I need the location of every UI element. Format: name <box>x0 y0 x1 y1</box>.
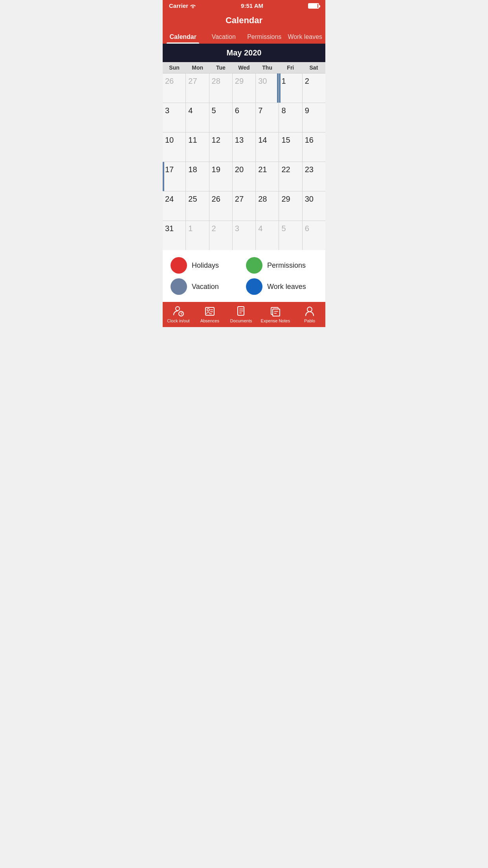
documents-icon <box>235 305 247 317</box>
calendar-day-41[interactable]: 6 <box>303 221 325 250</box>
calendar-day-5[interactable]: 1 <box>279 74 302 103</box>
wifi-icon <box>190 4 196 8</box>
calendar-day-23[interactable]: 19 <box>209 162 232 191</box>
nav-label-clock-in-out: Clock in/out <box>167 318 189 323</box>
tab-work-leaves[interactable]: Work leaves <box>285 29 326 44</box>
legend-label-permissions: Permissions <box>267 261 306 270</box>
legend-dot-work-leaves <box>246 278 262 295</box>
calendar-day-6[interactable]: 2 <box>303 74 325 103</box>
legend-dot-permissions <box>246 257 262 274</box>
calendar-day-21[interactable]: 17 <box>163 162 185 191</box>
legend: HolidaysPermissionsVacationWork leaves <box>163 250 325 302</box>
dow-sat: Sat <box>302 62 325 73</box>
calendar-day-29[interactable]: 25 <box>186 191 209 221</box>
calendar-day-10[interactable]: 6 <box>233 103 255 132</box>
svg-point-4 <box>207 309 209 311</box>
calendar-month-header: May 2020 <box>163 44 325 62</box>
status-bar: Carrier 9:51 AM <box>163 0 325 11</box>
calendar-day-27[interactable]: 23 <box>303 162 325 191</box>
legend-item-holidays: Holidays <box>171 257 242 274</box>
calendar-day-39[interactable]: 4 <box>256 221 279 250</box>
legend-label-vacation: Vacation <box>192 283 219 291</box>
tab-bar: CalendarVacationPermissionsWork leaves <box>163 29 325 44</box>
calendar-day-17[interactable]: 13 <box>233 132 255 162</box>
calendar-day-36[interactable]: 1 <box>186 221 209 250</box>
nav-item-documents[interactable]: Documents <box>229 305 253 323</box>
dow-sun: Sun <box>163 62 186 73</box>
calendar-day-11[interactable]: 7 <box>256 103 279 132</box>
calendar-day-37[interactable]: 2 <box>209 221 232 250</box>
calendar-day-22[interactable]: 18 <box>186 162 209 191</box>
calendar-day-28[interactable]: 24 <box>163 191 185 221</box>
nav-item-expense-notes[interactable]: Expense Notes <box>261 305 290 323</box>
calendar-day-0[interactable]: 26 <box>163 74 185 103</box>
legend-dot-vacation <box>171 278 187 295</box>
calendar-day-16[interactable]: 12 <box>209 132 232 162</box>
legend-item-vacation: Vacation <box>171 278 242 295</box>
app-header: Calendar CalendarVacationPermissionsWork… <box>163 11 325 44</box>
days-of-week-row: SunMonTueWedThuFriSat <box>163 62 325 74</box>
dow-wed: Wed <box>232 62 255 73</box>
calendar-day-32[interactable]: 28 <box>256 191 279 221</box>
calendar-grid: 2627282930123456789101112131415161718192… <box>163 74 325 250</box>
calendar-day-40[interactable]: 5 <box>279 221 302 250</box>
calendar-day-33[interactable]: 29 <box>279 191 302 221</box>
calendar-day-24[interactable]: 20 <box>233 162 255 191</box>
calendar-day-34[interactable]: 30 <box>303 191 325 221</box>
nav-item-pablo[interactable]: Pablo <box>298 305 321 323</box>
nav-label-expense-notes: Expense Notes <box>261 318 290 323</box>
carrier-wifi: Carrier <box>169 2 196 9</box>
user-icon <box>304 305 316 317</box>
nav-label-absences: Absences <box>200 318 219 323</box>
legend-item-work-leaves: Work leaves <box>246 278 317 295</box>
absences-icon <box>204 305 216 317</box>
calendar-day-35[interactable]: 31 <box>163 221 185 250</box>
tab-permissions[interactable]: Permissions <box>244 29 285 44</box>
svg-point-0 <box>193 7 194 8</box>
calendar-day-1[interactable]: 27 <box>186 74 209 103</box>
calendar-day-25[interactable]: 21 <box>256 162 279 191</box>
dow-mon: Mon <box>186 62 209 73</box>
calendar-day-4[interactable]: 30 <box>256 74 279 103</box>
svg-point-1 <box>176 307 180 311</box>
calendar-day-19[interactable]: 15 <box>279 132 302 162</box>
app-title: Calendar <box>163 15 325 29</box>
legend-item-permissions: Permissions <box>246 257 317 274</box>
legend-label-holidays: Holidays <box>192 261 219 270</box>
calendar-day-14[interactable]: 10 <box>163 132 185 162</box>
calendar-day-13[interactable]: 9 <box>303 103 325 132</box>
svg-point-17 <box>307 307 312 312</box>
dow-thu: Thu <box>256 62 279 73</box>
battery-indicator <box>308 3 319 9</box>
calendar-day-15[interactable]: 11 <box>186 132 209 162</box>
nav-label-documents: Documents <box>230 318 252 323</box>
calendar-day-12[interactable]: 8 <box>279 103 302 132</box>
calendar-day-9[interactable]: 5 <box>209 103 232 132</box>
clock-checkin-icon <box>172 305 184 317</box>
bottom-nav: Clock in/out Absences Documents Expense … <box>163 302 325 327</box>
nav-item-absences[interactable]: Absences <box>198 305 222 323</box>
dow-tue: Tue <box>209 62 232 73</box>
legend-dot-holidays <box>171 257 187 274</box>
status-time: 9:51 AM <box>241 2 263 9</box>
svg-rect-13 <box>273 309 280 316</box>
calendar-day-26[interactable]: 22 <box>279 162 302 191</box>
calendar-day-18[interactable]: 14 <box>256 132 279 162</box>
nav-item-clock-in-out[interactable]: Clock in/out <box>167 305 190 323</box>
calendar-day-38[interactable]: 3 <box>233 221 255 250</box>
calendar-day-31[interactable]: 27 <box>233 191 255 221</box>
tab-vacation[interactable]: Vacation <box>204 29 244 44</box>
calendar-day-2[interactable]: 28 <box>209 74 232 103</box>
calendar-day-3[interactable]: 29 <box>233 74 255 103</box>
calendar-day-8[interactable]: 4 <box>186 103 209 132</box>
tab-calendar[interactable]: Calendar <box>163 29 204 44</box>
carrier-label: Carrier <box>169 2 188 9</box>
dow-fri: Fri <box>279 62 302 73</box>
expense-notes-icon <box>270 305 281 317</box>
calendar-day-30[interactable]: 26 <box>209 191 232 221</box>
nav-label-pablo: Pablo <box>304 318 315 323</box>
calendar-day-20[interactable]: 16 <box>303 132 325 162</box>
legend-label-work-leaves: Work leaves <box>267 283 306 291</box>
calendar-day-7[interactable]: 3 <box>163 103 185 132</box>
